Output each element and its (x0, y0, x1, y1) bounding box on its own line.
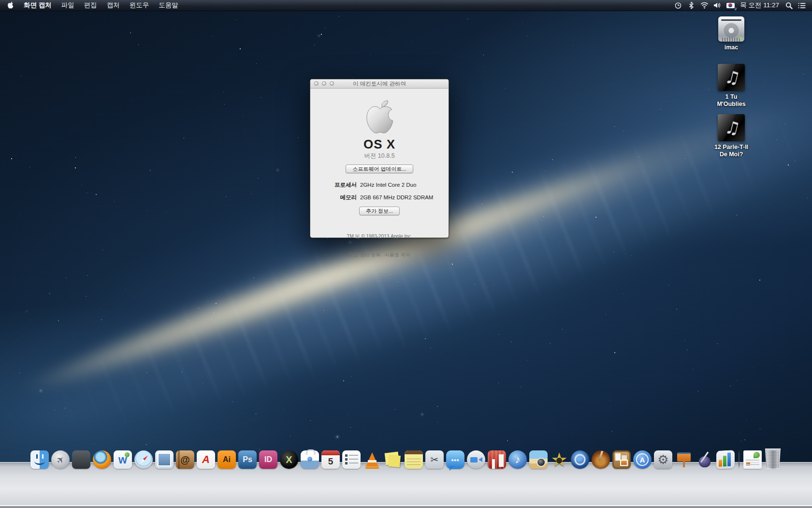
dock-item-system-preferences[interactable]: ⚙ (654, 450, 672, 469)
menu-bar-clock[interactable]: 목 오전 11:27 (739, 1, 780, 10)
dock-item-messages[interactable]: ••• (446, 450, 464, 469)
desktop-icon-art (705, 14, 758, 42)
dock-item-itunes[interactable]: ♪ (508, 450, 527, 469)
dock-item-firefox[interactable] (93, 450, 111, 469)
copyright-line2: 모든 권리 보유. 사용권 계약 (310, 252, 449, 258)
apple-icon (7, 1, 14, 9)
dock-item-calendar[interactable]: 5 (321, 450, 340, 469)
software-update-button[interactable]: 소프트웨어 업데이트... (346, 164, 413, 173)
desktop-disk-imac[interactable]: imac (705, 14, 758, 51)
menu-edit[interactable]: 편집 (79, 0, 102, 11)
dock-item-indesign[interactable]: ID (259, 450, 277, 469)
apple-menu[interactable] (0, 1, 19, 9)
input-source-badge: 2 (735, 7, 737, 11)
desktop-icon-label: imac (705, 44, 758, 51)
dock-item-reminders[interactable] (342, 450, 361, 469)
menu-screen-capture[interactable]: 화면 캡처 (19, 0, 57, 11)
desktop-audio-file-12[interactable]: 12 Parle-T-Il De Moi? (705, 113, 758, 158)
menu-capture[interactable]: 캡처 (102, 0, 125, 11)
app-menus: 화면 캡처파일편집캡처윈도우도움말 (19, 0, 183, 11)
dock-item-vlc[interactable] (363, 450, 381, 469)
dock-item-photo-booth[interactable] (488, 450, 506, 469)
wifi-icon[interactable] (700, 1, 709, 10)
dock-item-safari[interactable] (134, 450, 153, 469)
dock-item-mail[interactable] (155, 450, 174, 469)
dock-item-pages[interactable] (696, 450, 714, 469)
dock-item-mission-control[interactable] (72, 450, 90, 469)
bluetooth-icon[interactable] (687, 1, 696, 10)
menu-window[interactable]: 윈도우 (125, 0, 154, 11)
apple-logo (364, 100, 394, 136)
dock-item-photoshop[interactable]: Ps (238, 450, 257, 469)
dock-item-numbers[interactable] (716, 450, 735, 469)
desktop-icon-art (705, 63, 758, 91)
desktop-icon-label: 12 Parle-T-Il De Moi? (705, 144, 758, 158)
dock-item-iphoto[interactable] (529, 450, 548, 469)
dock-item-black-x-app[interactable]: X (280, 450, 298, 469)
dock-item-imovie[interactable]: ★ (550, 450, 568, 469)
spotlight-icon[interactable] (784, 1, 793, 10)
dock-item-trash[interactable] (764, 448, 782, 469)
spec-row: 메모리 2GB 667 MHz DDR2 SDRAM (310, 194, 449, 201)
taegeuk-flag (726, 3, 735, 8)
dock-item-blue-case-app[interactable] (301, 450, 319, 469)
dock-item-keynote[interactable] (675, 450, 693, 469)
desktop-icon-label: 1 Tu M'Oublies (705, 93, 758, 108)
minimize-button[interactable] (322, 81, 326, 86)
spec-row: 프로세서 2GHz Intel Core 2 Duo (310, 181, 449, 188)
dock-item-adobe-reader[interactable]: A (197, 450, 215, 469)
dock-item-stickies[interactable] (384, 450, 402, 469)
window-titlebar[interactable]: 이 매킨토시에 관하여 (310, 79, 449, 89)
close-button[interactable] (314, 81, 319, 86)
copyright: TM 및 © 1983-2013 Apple Inc. 모든 권리 보유. 사용… (310, 222, 449, 270)
dock-item-garageband[interactable] (592, 450, 610, 469)
dock: ✈ w @ A Ai Ps ID X (0, 458, 812, 508)
copyright-line1: TM 및 © 1983-2013 Apple Inc. (310, 234, 449, 240)
zoom-button[interactable] (330, 81, 334, 86)
menu-bar: 화면 캡처파일편집캡처윈도우도움말 (0, 0, 812, 11)
dock-item-facetime[interactable] (467, 450, 485, 469)
dock-item-document-stack[interactable] (743, 450, 762, 469)
menu-help[interactable]: 도움말 (154, 0, 183, 11)
dock-item-w-globe-app[interactable]: w (114, 450, 132, 469)
dock-item-launchpad[interactable]: ✈ (51, 450, 70, 469)
more-info-button[interactable]: 추가 정보... (359, 207, 400, 215)
dock-divider (739, 449, 740, 469)
dock-item-illustrator[interactable]: Ai (218, 450, 236, 469)
dock-items: ✈ w @ A Ai Ps ID X (30, 448, 782, 469)
dock-item-finder[interactable] (30, 450, 49, 469)
time-machine-icon[interactable] (674, 1, 682, 10)
menu-file[interactable]: 파일 (57, 0, 79, 11)
window-body: OS X 버전 10.8.5 소프트웨어 업데이트... 프로세서 2GHz I… (310, 100, 449, 270)
dock-item-notes-memo[interactable] (405, 450, 423, 469)
dock-item-contacts[interactable]: @ (176, 450, 194, 469)
dock-item-corkboard-app[interactable] (612, 450, 631, 469)
notification-center-icon[interactable] (798, 1, 806, 10)
korean-input-flag-icon[interactable]: 2 (726, 1, 735, 10)
volume-icon[interactable] (713, 1, 722, 10)
about-this-mac-window: 이 매킨토시에 관하여 OS X 버전 10.8.5 소프트웨어 업데이트...… (310, 79, 449, 238)
os-version: 버전 10.8.5 (310, 152, 449, 159)
dock-item-idvd[interactable] (571, 450, 589, 469)
dock-item-app-store[interactable]: A (633, 450, 652, 469)
desktop-audio-file-1[interactable]: 1 Tu M'Oublies (705, 63, 758, 108)
dock-item-grab-screen-capture[interactable]: ✂ (425, 450, 444, 469)
dock-shelf (0, 462, 812, 508)
spec-list: 프로세서 2GHz Intel Core 2 Duo 메모리 2GB 667 M… (310, 181, 449, 201)
desktop-icon-art (705, 113, 758, 141)
menu-bar-status: 2 목 오전 11:27 (674, 1, 812, 10)
os-name: OS X (310, 138, 449, 151)
